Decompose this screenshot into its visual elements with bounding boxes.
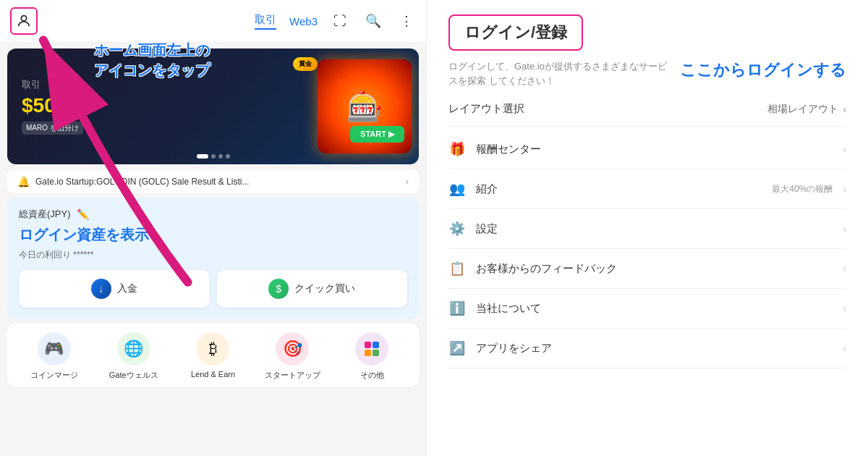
layout-label: レイアウト選択: [448, 102, 524, 116]
reward-icon: 🎁: [448, 141, 466, 157]
menu-container: 🎁 報酬センター › 👥 紹介 最大40%の報酬 › ⚙️ 設定 › 📋 お客様…: [448, 130, 846, 368]
announcement-text: Gate.io Startup:GOLCOIN (GOLC) Sale Resu…: [35, 177, 400, 187]
nav-tab-web3[interactable]: Web3: [289, 15, 318, 28]
buy-icon: $: [268, 279, 289, 299]
coinmerge-label: コインマージ: [30, 370, 78, 381]
quick-buy-button[interactable]: $ クイック買い: [217, 270, 408, 308]
speaker-icon: 🔔: [17, 176, 30, 187]
menu-chevron-3: ›: [843, 263, 846, 274]
menu-item-0[interactable]: 🎁 報酬センター ›: [448, 130, 846, 169]
banner-dot-3: [218, 154, 223, 159]
banner-subtitle: MARO を山分け: [22, 122, 83, 135]
icon-lend-earn[interactable]: ₿ Lend & Earn: [174, 332, 253, 381]
banner-dot-1: [197, 154, 208, 159]
deposit-icon: ↓: [91, 279, 111, 299]
svg-rect-3: [365, 350, 371, 356]
left-panel: 取引 Web3 ⛶ 🔍 ⋮ 取引 $50,000 MARO を山分け 賞金 🎰 …: [0, 0, 427, 456]
banner-label: 取引: [22, 78, 95, 91]
menu-label-5: アプリをシェア: [476, 342, 833, 355]
layout-row: レイアウト選択 相場レイアウト ›: [448, 92, 846, 127]
avatar-button[interactable]: [10, 7, 38, 35]
menu-item-3[interactable]: 📋 お客様からのフィードバック ›: [448, 249, 846, 289]
search-icon[interactable]: 🔍: [362, 10, 384, 32]
menu-chevron-5: ›: [843, 342, 846, 354]
menu-chevron-2: ›: [843, 223, 846, 235]
menu-item-1[interactable]: 👥 紹介 最大40%の報酬 ›: [448, 169, 846, 209]
annotation-top: ホーム画面左上のアイコンをタップ: [94, 40, 210, 80]
svg-rect-4: [373, 350, 379, 356]
referral-icon: 👥: [448, 181, 466, 197]
layout-chevron-icon: ›: [843, 104, 846, 115]
deposit-button[interactable]: ↓ 入金: [19, 270, 210, 308]
promo-banner[interactable]: 取引 $50,000 MARO を山分け 賞金 🎰 START ▶: [7, 48, 419, 164]
asset-area: 総資産(JPY) ✏️ ログイン資産を表示 今日の利回り ****** ↓ 入金…: [7, 198, 419, 319]
feedback-icon: 📋: [448, 261, 466, 276]
login-description: ログインして、Gate.ioが提供するさまざまなサービスを探索 してください！: [448, 59, 673, 88]
svg-rect-2: [373, 342, 379, 348]
svg-point-0: [21, 16, 26, 21]
menu-chevron-4: ›: [843, 303, 846, 314]
login-register-button[interactable]: ログイン/登録: [448, 14, 583, 51]
settings-icon: ⚙️: [448, 221, 466, 237]
asset-returns: 今日の利回り ******: [19, 249, 407, 261]
bottom-icons: 🎮 コインマージ 🌐 Gateウェルス ₿ Lend & Earn 🎯 スタート…: [7, 324, 419, 387]
login-register-label: ログイン/登録: [464, 23, 567, 41]
lend-earn-icon: ₿: [196, 332, 229, 366]
deposit-label: 入金: [117, 282, 137, 295]
other-label: その他: [360, 370, 384, 381]
banner-dots: [197, 154, 230, 159]
banner-dot-2: [211, 154, 216, 159]
icon-coinmerge[interactable]: 🎮 コインマージ: [14, 332, 94, 381]
share-icon: ↗️: [448, 340, 466, 356]
gatewealth-label: Gateウェルス: [109, 370, 158, 381]
quick-buy-label: クイック買い: [294, 282, 355, 295]
startup-label: スタートアップ: [265, 370, 320, 381]
coinmerge-icon: 🎮: [38, 332, 71, 366]
menu-chevron-0: ›: [843, 143, 846, 155]
announcement-arrow-icon: ›: [406, 177, 409, 187]
menu-item-5[interactable]: ↗️ アプリをシェア ›: [448, 329, 846, 368]
icon-startup[interactable]: 🎯 スタートアップ: [252, 332, 332, 381]
layout-value-text: 相場レイアウト: [767, 103, 838, 116]
lend-earn-label: Lend & Earn: [191, 370, 235, 379]
edit-icon[interactable]: ✏️: [77, 208, 89, 220]
gatewealth-icon: 🌐: [117, 332, 150, 366]
banner-amount: $50,000: [22, 94, 95, 117]
menu-label-3: お客様からのフィードバック: [476, 262, 833, 276]
menu-label-2: 設定: [476, 222, 833, 236]
asset-header: 総資産(JPY) ✏️: [19, 208, 407, 221]
asset-login-text[interactable]: ログイン資産を表示: [19, 225, 407, 245]
banner-badge: 賞金: [293, 57, 318, 71]
menu-label-0: 報酬センター: [476, 143, 833, 156]
app-nav: 取引 Web3 ⛶ 🔍 ⋮: [0, 0, 426, 43]
icon-gatewealth[interactable]: 🌐 Gateウェルス: [94, 332, 174, 381]
banner-dot-4: [226, 154, 230, 159]
about-icon: ℹ️: [448, 300, 466, 316]
announcement-bar[interactable]: 🔔 Gate.io Startup:GOLCOIN (GOLC) Sale Re…: [7, 170, 419, 193]
menu-label-4: 当社について: [476, 302, 833, 316]
svg-rect-1: [365, 342, 371, 348]
other-icon: [355, 332, 388, 366]
banner-slot-machine: 🎰: [318, 48, 412, 164]
menu-chevron-1: ›: [843, 183, 846, 195]
menu-item-2[interactable]: ⚙️ 設定 ›: [448, 209, 846, 249]
login-annotation: ここからログインする: [680, 59, 846, 81]
layout-value[interactable]: 相場レイアウト ›: [767, 103, 846, 116]
start-button[interactable]: START ▶: [350, 126, 404, 143]
fullscreen-icon[interactable]: ⛶: [331, 11, 349, 32]
asset-buttons: ↓ 入金 $ クイック買い: [19, 270, 407, 308]
more-icon[interactable]: ⋮: [397, 10, 416, 32]
nav-tab-trading[interactable]: 取引: [255, 13, 276, 30]
menu-badge-1: 最大40%の報酬: [772, 183, 833, 195]
icon-other[interactable]: その他: [332, 332, 412, 381]
menu-item-4[interactable]: ℹ️ 当社について ›: [448, 289, 846, 329]
asset-title: 総資産(JPY): [19, 208, 71, 221]
menu-label-1: 紹介: [476, 182, 762, 196]
right-panel: ログイン/登録 ログインして、Gate.ioが提供するさまざまなサービスを探索 …: [427, 0, 868, 456]
startup-icon: 🎯: [276, 332, 309, 366]
